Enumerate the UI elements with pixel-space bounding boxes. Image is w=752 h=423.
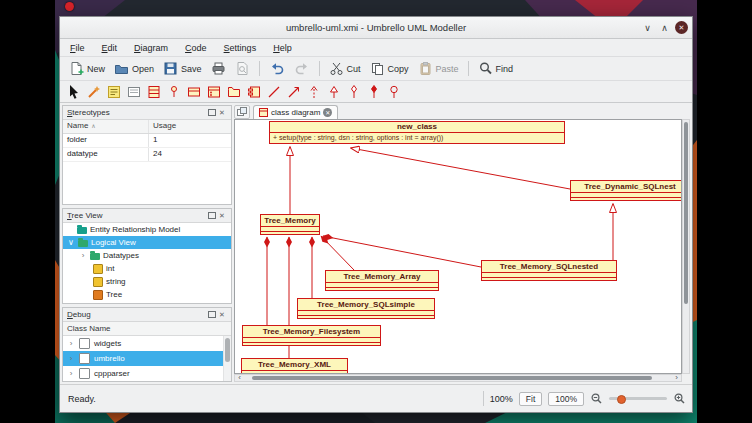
dock-close-icon[interactable]: ✕ — [217, 108, 227, 118]
enum-tool-button[interactable] — [205, 83, 223, 101]
datatype-tool-button[interactable] — [185, 83, 203, 101]
uml-class-tree-dynamic-sqlnest[interactable]: Tree_Dynamic_SQLnest — [570, 180, 682, 201]
menu-edit[interactable]: Edit — [100, 42, 120, 54]
dock-close-icon[interactable]: ✕ — [217, 211, 227, 221]
tree-item-tree[interactable]: Tree — [63, 288, 231, 301]
component-tool-button[interactable] — [245, 83, 263, 101]
uml-class-tree-memory[interactable]: Tree_Memory — [260, 214, 320, 235]
tree-item-entity-relationship-model[interactable]: Entity Relationship Model — [63, 223, 231, 236]
uml-class-tree-memory-sqlsimple[interactable]: Tree_Memory_SQLsimple — [297, 298, 435, 319]
dock-float-icon[interactable] — [207, 211, 217, 221]
checkbox[interactable] — [79, 368, 90, 379]
debug-scrollbar[interactable] — [223, 336, 231, 381]
scrollbar-thumb[interactable] — [252, 376, 652, 380]
paste-button[interactable]: Paste — [414, 59, 463, 78]
table-row[interactable]: datatype 24 — [63, 148, 231, 162]
expander-closed-icon[interactable]: › — [79, 251, 87, 260]
debug-column-header[interactable]: Class Name — [63, 322, 231, 336]
canvas-vertical-scrollbar[interactable] — [682, 119, 690, 374]
maximize-button-icon[interactable]: ∧ — [658, 21, 671, 34]
note-tool-button[interactable] — [105, 83, 123, 101]
column-name[interactable]: Name∧ — [63, 120, 149, 133]
find-button[interactable]: Find — [474, 59, 518, 78]
expander-closed-icon[interactable]: › — [67, 369, 75, 378]
tree-item-logical-view[interactable]: ∨ Logical View — [63, 236, 231, 249]
tree-view-header[interactable]: Tree View ✕ — [63, 209, 231, 223]
new-button[interactable]: New — [65, 59, 109, 78]
dock-close-icon[interactable]: ✕ — [217, 310, 227, 320]
print-button[interactable] — [207, 59, 230, 78]
checkbox[interactable] — [79, 353, 90, 364]
zoom-value-button[interactable]: 100% — [548, 392, 584, 406]
cell-usage: 1 — [149, 134, 231, 147]
anchor-tool-button[interactable] — [385, 83, 403, 101]
expander-open-icon[interactable]: ∨ — [67, 238, 75, 247]
aggregation-tool-button[interactable] — [345, 83, 363, 101]
cursor-arrow-icon — [66, 84, 82, 100]
uml-class-tree-memory-filesystem[interactable]: Tree_Memory_Filesystem — [242, 325, 381, 346]
dock-float-icon[interactable] — [207, 310, 217, 320]
scroll-left-icon[interactable]: ‹ — [235, 375, 244, 381]
stereotypes-header[interactable]: Stereotypes ✕ — [63, 106, 231, 120]
interface-tool-button[interactable] — [165, 83, 183, 101]
open-button[interactable]: Open — [110, 59, 158, 78]
dock-float-icon[interactable] — [207, 108, 217, 118]
uml-class-new-class[interactable]: new_class + setup(type : string, dsn : s… — [269, 121, 565, 144]
scroll-right-icon[interactable]: › — [672, 375, 681, 381]
tab-close-icon[interactable]: ✕ — [323, 108, 332, 117]
debug-header[interactable]: Debug ✕ — [63, 308, 231, 322]
association-tool-button[interactable] — [265, 83, 283, 101]
table-row[interactable]: folder 1 — [63, 134, 231, 148]
canvas-horizontal-scrollbar[interactable]: ‹ › — [234, 374, 682, 382]
diagram-list-button[interactable] — [234, 105, 250, 119]
diagram-canvas[interactable]: new_class + setup(type : string, dsn : s… — [234, 119, 682, 374]
menu-diagram[interactable]: Diagram — [132, 42, 170, 54]
menu-help[interactable]: Help — [271, 42, 294, 54]
zoom-out-icon[interactable] — [590, 392, 603, 405]
save-button[interactable]: Save — [159, 59, 206, 78]
menu-code[interactable]: Code — [183, 42, 209, 54]
undo-button[interactable] — [265, 59, 289, 78]
stereotypes-column-headers[interactable]: Name∧ Usage — [63, 120, 231, 134]
expander-closed-icon[interactable]: › — [67, 354, 75, 363]
close-button-icon[interactable]: ✕ — [675, 21, 688, 34]
cut-button[interactable]: Cut — [325, 59, 365, 78]
tree-item-string[interactable]: string — [63, 275, 231, 288]
uml-class-tree-memory-sqlnested[interactable]: Tree_Memory_SQLnested — [481, 260, 617, 281]
class-name: Tree_Memory_Array — [326, 271, 438, 282]
column-usage[interactable]: Usage — [149, 120, 231, 133]
box-tool-button[interactable] — [125, 83, 143, 101]
class-tool-button[interactable] — [145, 83, 163, 101]
selection-tool-button[interactable] — [65, 83, 83, 101]
debug-item-cppparser[interactable]: › cppparser — [63, 366, 231, 381]
slider-handle[interactable] — [617, 395, 626, 404]
debug-item-widgets[interactable]: › widgets — [63, 336, 231, 351]
dependency-tool-button[interactable] — [305, 83, 323, 101]
fit-button[interactable]: Fit — [519, 392, 542, 406]
uml-class-tree-memory-array[interactable]: Tree_Memory_Array — [325, 270, 439, 291]
copy-button[interactable]: Copy — [366, 59, 413, 78]
package-tool-button[interactable] — [225, 83, 243, 101]
directed-association-tool-button[interactable] — [285, 83, 303, 101]
tree-item-int[interactable]: int — [63, 262, 231, 275]
composition-tool-button[interactable] — [365, 83, 383, 101]
titlebar[interactable]: umbrello-uml.xmi - Umbrello UML Modeller… — [60, 17, 692, 39]
redo-button[interactable] — [290, 59, 314, 78]
minimize-button-icon[interactable]: ∨ — [641, 21, 654, 34]
composition-icon — [366, 84, 382, 100]
uml-class-tree-memory-xml[interactable]: Tree_Memory_XML — [241, 358, 348, 374]
scrollbar-thumb[interactable] — [225, 338, 230, 362]
zoom-slider[interactable] — [609, 392, 667, 406]
scrollbar-thumb[interactable] — [684, 122, 688, 304]
expander-closed-icon[interactable]: › — [67, 339, 75, 348]
zoom-in-icon[interactable] — [673, 392, 686, 405]
menu-settings[interactable]: Settings — [222, 42, 259, 54]
checkbox[interactable] — [79, 338, 90, 349]
debug-item-umbrello[interactable]: › umbrello — [63, 351, 231, 366]
wand-tool-button[interactable] — [85, 83, 103, 101]
export-button[interactable] — [231, 59, 254, 78]
menu-file[interactable]: File — [68, 42, 87, 54]
generalization-tool-button[interactable] — [325, 83, 343, 101]
tab-class-diagram[interactable]: class diagram ✕ — [253, 105, 338, 119]
tree-item-datatypes[interactable]: › Datatypes — [63, 249, 231, 262]
